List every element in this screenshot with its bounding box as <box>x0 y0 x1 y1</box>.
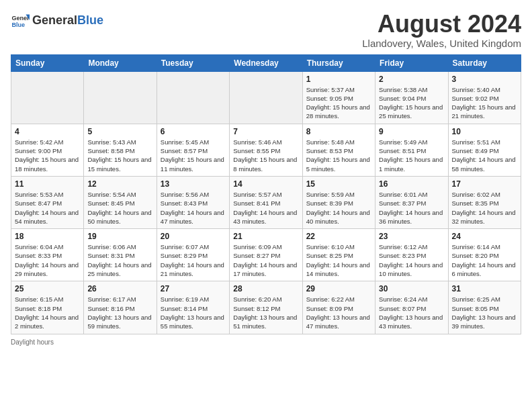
calendar-table: SundayMondayTuesdayWednesdayThursdayFrid… <box>11 54 521 334</box>
day-info: Sunrise: 6:09 AMSunset: 8:27 PMDaylight:… <box>233 242 298 278</box>
day-info: Sunrise: 6:17 AMSunset: 8:16 PMDaylight:… <box>87 295 152 330</box>
logo-blue: Blue <box>77 13 103 28</box>
header: General Blue GeneralBlue August 2024 Lla… <box>11 11 521 49</box>
day-info: Sunrise: 6:14 AMSunset: 8:20 PMDaylight:… <box>452 242 517 278</box>
day-number: 24 <box>452 232 517 241</box>
calendar-cell: 8Sunrise: 5:48 AMSunset: 8:53 PMDaylight… <box>302 124 375 176</box>
day-number: 7 <box>233 127 298 136</box>
calendar-cell: 30Sunrise: 6:24 AMSunset: 8:07 PMDayligh… <box>375 281 448 334</box>
calendar-week-row: 18Sunrise: 6:04 AMSunset: 8:33 PMDayligh… <box>11 229 521 281</box>
calendar-day-header: Tuesday <box>157 54 229 71</box>
calendar-week-row: 4Sunrise: 5:42 AMSunset: 9:00 PMDaylight… <box>11 124 521 176</box>
day-number: 20 <box>161 232 226 241</box>
calendar-cell: 4Sunrise: 5:42 AMSunset: 9:00 PMDaylight… <box>11 124 84 176</box>
calendar-header-row: SundayMondayTuesdayWednesdayThursdayFrid… <box>11 54 521 71</box>
day-number: 5 <box>87 127 152 136</box>
day-number: 21 <box>233 232 298 241</box>
title-area: August 2024 Llandovery, Wales, United Ki… <box>362 11 521 49</box>
day-info: Sunrise: 6:01 AMSunset: 8:37 PMDaylight:… <box>379 190 444 226</box>
calendar-cell: 17Sunrise: 6:02 AMSunset: 8:35 PMDayligh… <box>448 176 521 228</box>
calendar-cell: 3Sunrise: 5:40 AMSunset: 9:02 PMDaylight… <box>448 71 521 124</box>
calendar-cell: 10Sunrise: 5:51 AMSunset: 8:49 PMDayligh… <box>448 124 521 176</box>
calendar-day-header: Wednesday <box>230 54 302 71</box>
day-info: Sunrise: 6:19 AMSunset: 8:14 PMDaylight:… <box>161 295 226 330</box>
day-info: Sunrise: 5:56 AMSunset: 8:43 PMDaylight:… <box>161 190 226 226</box>
day-number: 22 <box>306 232 371 241</box>
calendar-day-header: Friday <box>375 54 448 71</box>
day-number: 13 <box>161 179 226 189</box>
day-info: Sunrise: 6:02 AMSunset: 8:35 PMDaylight:… <box>452 190 517 226</box>
calendar-cell: 2Sunrise: 5:38 AMSunset: 9:04 PMDaylight… <box>375 71 448 124</box>
calendar-week-row: 11Sunrise: 5:53 AMSunset: 8:47 PMDayligh… <box>11 176 521 228</box>
day-info: Sunrise: 6:12 AMSunset: 8:23 PMDaylight:… <box>379 242 444 278</box>
day-info: Sunrise: 6:04 AMSunset: 8:33 PMDaylight:… <box>15 242 80 278</box>
day-info: Sunrise: 6:24 AMSunset: 8:07 PMDaylight:… <box>379 295 444 330</box>
day-info: Sunrise: 5:38 AMSunset: 9:04 PMDaylight:… <box>379 85 444 121</box>
calendar-cell <box>230 71 302 124</box>
svg-text:Blue: Blue <box>11 21 25 28</box>
calendar-cell: 27Sunrise: 6:19 AMSunset: 8:14 PMDayligh… <box>157 281 229 334</box>
day-number: 18 <box>15 232 80 241</box>
day-number: 30 <box>379 284 444 293</box>
day-number: 27 <box>161 284 226 293</box>
calendar-day-header: Monday <box>84 54 157 71</box>
day-info: Sunrise: 5:46 AMSunset: 8:55 PMDaylight:… <box>233 138 298 173</box>
day-number: 4 <box>15 127 80 136</box>
logo-general: General <box>32 13 77 28</box>
day-info: Sunrise: 6:06 AMSunset: 8:31 PMDaylight:… <box>87 242 152 278</box>
day-info: Sunrise: 5:59 AMSunset: 8:39 PMDaylight:… <box>306 190 371 226</box>
calendar-cell: 15Sunrise: 5:59 AMSunset: 8:39 PMDayligh… <box>302 176 375 228</box>
calendar-cell: 9Sunrise: 5:49 AMSunset: 8:51 PMDaylight… <box>375 124 448 176</box>
day-info: Sunrise: 6:20 AMSunset: 8:12 PMDaylight:… <box>233 295 298 330</box>
day-number: 11 <box>15 179 80 189</box>
day-number: 8 <box>306 127 371 136</box>
calendar-cell: 16Sunrise: 6:01 AMSunset: 8:37 PMDayligh… <box>375 176 448 228</box>
calendar-cell: 1Sunrise: 5:37 AMSunset: 9:05 PMDaylight… <box>302 71 375 124</box>
calendar-cell: 20Sunrise: 6:07 AMSunset: 8:29 PMDayligh… <box>157 229 229 281</box>
day-info: Sunrise: 6:07 AMSunset: 8:29 PMDaylight:… <box>161 242 226 278</box>
day-number: 26 <box>87 284 152 293</box>
calendar-cell: 6Sunrise: 5:45 AMSunset: 8:57 PMDaylight… <box>157 124 229 176</box>
day-number: 16 <box>379 179 444 189</box>
day-number: 9 <box>379 127 444 136</box>
calendar-cell: 14Sunrise: 5:57 AMSunset: 8:41 PMDayligh… <box>230 176 302 228</box>
logo: General Blue GeneralBlue <box>11 11 103 30</box>
calendar-week-row: 25Sunrise: 6:15 AMSunset: 8:18 PMDayligh… <box>11 281 521 334</box>
day-number: 15 <box>306 179 371 189</box>
day-info: Sunrise: 5:51 AMSunset: 8:49 PMDaylight:… <box>452 138 517 173</box>
calendar-cell: 13Sunrise: 5:56 AMSunset: 8:43 PMDayligh… <box>157 176 229 228</box>
calendar-cell: 24Sunrise: 6:14 AMSunset: 8:20 PMDayligh… <box>448 229 521 281</box>
day-number: 19 <box>87 232 152 241</box>
logo-icon: General Blue <box>11 11 30 30</box>
calendar-cell: 11Sunrise: 5:53 AMSunset: 8:47 PMDayligh… <box>11 176 84 228</box>
calendar-day-header: Saturday <box>448 54 521 71</box>
day-number: 12 <box>87 179 152 189</box>
calendar-cell <box>84 71 157 124</box>
calendar-cell: 7Sunrise: 5:46 AMSunset: 8:55 PMDaylight… <box>230 124 302 176</box>
calendar-week-row: 1Sunrise: 5:37 AMSunset: 9:05 PMDaylight… <box>11 71 521 124</box>
footer-note: Daylight hours <box>11 338 521 346</box>
day-info: Sunrise: 5:45 AMSunset: 8:57 PMDaylight:… <box>161 138 226 173</box>
calendar-cell: 26Sunrise: 6:17 AMSunset: 8:16 PMDayligh… <box>84 281 157 334</box>
day-info: Sunrise: 5:48 AMSunset: 8:53 PMDaylight:… <box>306 138 371 173</box>
day-info: Sunrise: 5:37 AMSunset: 9:05 PMDaylight:… <box>306 85 371 121</box>
day-number: 23 <box>379 232 444 241</box>
calendar-cell: 22Sunrise: 6:10 AMSunset: 8:25 PMDayligh… <box>302 229 375 281</box>
day-info: Sunrise: 6:10 AMSunset: 8:25 PMDaylight:… <box>306 242 371 278</box>
day-info: Sunrise: 6:25 AMSunset: 8:05 PMDaylight:… <box>452 295 517 330</box>
calendar-cell: 31Sunrise: 6:25 AMSunset: 8:05 PMDayligh… <box>448 281 521 334</box>
day-number: 31 <box>452 284 517 293</box>
day-info: Sunrise: 6:22 AMSunset: 8:09 PMDaylight:… <box>306 295 371 330</box>
day-number: 2 <box>379 75 444 84</box>
day-info: Sunrise: 5:53 AMSunset: 8:47 PMDaylight:… <box>15 190 80 226</box>
day-number: 14 <box>233 179 298 189</box>
day-info: Sunrise: 6:15 AMSunset: 8:18 PMDaylight:… <box>15 295 80 330</box>
day-info: Sunrise: 5:40 AMSunset: 9:02 PMDaylight:… <box>452 85 517 121</box>
calendar-cell: 5Sunrise: 5:43 AMSunset: 8:58 PMDaylight… <box>84 124 157 176</box>
day-number: 1 <box>306 75 371 84</box>
day-number: 3 <box>452 75 517 84</box>
calendar-cell: 18Sunrise: 6:04 AMSunset: 8:33 PMDayligh… <box>11 229 84 281</box>
calendar-cell: 23Sunrise: 6:12 AMSunset: 8:23 PMDayligh… <box>375 229 448 281</box>
calendar-day-header: Thursday <box>302 54 375 71</box>
calendar-cell: 21Sunrise: 6:09 AMSunset: 8:27 PMDayligh… <box>230 229 302 281</box>
